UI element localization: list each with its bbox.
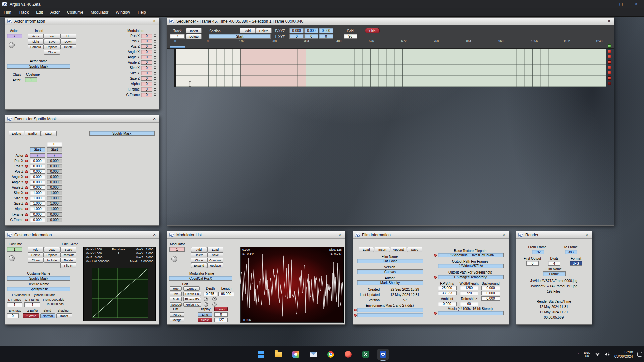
- spinner-arrows-icon[interactable]: [154, 66, 156, 70]
- event-start2-field[interactable]: 0.000: [47, 164, 62, 168]
- line-value-field[interactable]: 0: [214, 312, 228, 317]
- env-map2-led[interactable]: [354, 314, 357, 317]
- menu-item[interactable]: Costume: [63, 8, 87, 17]
- modulator-link-field[interactable]: 0: [141, 34, 152, 38]
- flip-normals-button[interactable]: Flip N: [60, 263, 76, 268]
- track-insert-button[interactable]: Insert: [186, 28, 202, 33]
- argus-app-icon[interactable]: [377, 349, 389, 360]
- to-frame-field[interactable]: 383: [565, 250, 577, 254]
- tscope-button[interactable]: TScope: [170, 302, 182, 307]
- depth-value-field[interactable]: 0.075: [203, 292, 217, 296]
- event-start2-field[interactable]: 7: [47, 153, 62, 158]
- costume-panel-button[interactable]: Delete: [28, 252, 44, 257]
- noise-fx-button[interactable]: Noise FX: [183, 302, 201, 307]
- track-indicator[interactable]: [608, 55, 611, 58]
- modulator-link-field[interactable]: 0: [141, 50, 152, 54]
- event-earlier-button[interactable]: Earlier: [25, 131, 41, 136]
- event-offset-field[interactable]: 0: [47, 142, 62, 146]
- spinner-arrows-icon[interactable]: [154, 60, 156, 65]
- modulator-waveform[interactable]: 0.990 S: -0.344 Size: 128 E: 0.047 -0.99…: [240, 247, 344, 323]
- costume-name-field[interactable]: Spotify Mask: [7, 276, 70, 281]
- maximize-icon[interactable]: ▢: [613, 0, 629, 8]
- event-later-button[interactable]: Later: [41, 131, 57, 136]
- format-field[interactable]: JPG: [570, 261, 582, 266]
- chrome-icon[interactable]: [325, 349, 336, 360]
- modulator-panel-button[interactable]: Add: [191, 247, 207, 252]
- costume-uv-preview[interactable]: [92, 268, 148, 318]
- base-texture-field[interactable]: F:\Video\Inus ... nvasCatCovid\: [438, 253, 504, 257]
- modulator-select-knob[interactable]: [171, 256, 177, 262]
- ambient-field[interactable]: 0.000: [438, 302, 457, 306]
- mail-icon[interactable]: [308, 349, 319, 360]
- costume-preview-panel[interactable]: MinX -1.000 Primitives MaxX +1.000 MinY …: [83, 247, 156, 321]
- track-indicator[interactable]: [608, 66, 611, 69]
- actor-panel-button[interactable]: Load: [44, 34, 60, 39]
- digits-field[interactable]: 4: [548, 261, 560, 266]
- spinner-arrows-icon[interactable]: [154, 44, 156, 49]
- menu-item[interactable]: Modulator: [87, 8, 112, 17]
- music-field[interactable]: [438, 311, 504, 315]
- actor-panel-button[interactable]: Camera: [28, 44, 44, 49]
- shading-transf-button[interactable]: Transf.: [56, 313, 72, 318]
- modulator-link-field[interactable]: 0: [141, 39, 152, 43]
- author-field[interactable]: Mark Sheeky: [357, 280, 423, 285]
- env-map-field[interactable]: 0: [7, 313, 19, 318]
- base-texture-led[interactable]: [434, 254, 437, 257]
- costume-number-field[interactable]: 1: [25, 77, 37, 82]
- tray-expand-icon[interactable]: ^: [578, 352, 580, 357]
- event-led-indicator[interactable]: [25, 160, 28, 162]
- photos-icon[interactable]: [290, 349, 302, 360]
- merge-button[interactable]: Merge: [170, 318, 184, 322]
- modulator-link-field[interactable]: 0: [141, 55, 152, 59]
- display-line-button[interactable]: Line: [198, 312, 212, 317]
- track-number-field[interactable]: 7: [170, 34, 185, 39]
- track-indicator[interactable]: [608, 82, 611, 85]
- scale-value-field[interactable]: 127: [214, 318, 228, 322]
- event-start1-field[interactable]: 0.000: [30, 164, 45, 168]
- modulator-link-field[interactable]: 0: [141, 93, 152, 97]
- window-titlebar[interactable]: Modulator List ✕: [167, 231, 345, 239]
- film-insert-button[interactable]: Insert: [375, 247, 390, 252]
- event-start2-field[interactable]: 1.000: [47, 196, 62, 200]
- spinner-arrows-icon[interactable]: [154, 55, 156, 59]
- actor-panel-button[interactable]: Replace: [44, 44, 60, 49]
- length-value-field[interactable]: 96.000: [218, 292, 234, 296]
- width-field[interactable]: 1280: [460, 286, 478, 290]
- screenshots-path-field[interactable]: E:\Images\Temporary\: [438, 275, 504, 279]
- costume-number-field[interactable]: 1: [7, 247, 22, 252]
- spinner-arrows-icon[interactable]: [154, 34, 156, 38]
- track-indicator[interactable]: [608, 50, 611, 53]
- actor-number-field[interactable]: 7: [7, 34, 22, 38]
- modulator-link-field[interactable]: 0: [141, 60, 152, 65]
- z-write-button[interactable]: Z-Write: [23, 313, 39, 318]
- event-start2-field[interactable]: 0.000: [47, 180, 62, 184]
- close-icon[interactable]: ✕: [152, 19, 157, 23]
- event-start2-field[interactable]: 0.000: [47, 212, 62, 217]
- actor-panel-button[interactable]: Actor: [28, 34, 44, 39]
- track-delete-button[interactable]: Delete: [186, 34, 202, 39]
- event-led-indicator[interactable]: [25, 176, 28, 178]
- modulator-name-field[interactable]: CovidCat PosX: [169, 276, 232, 281]
- spinner-arrows-icon[interactable]: [154, 93, 156, 97]
- event-start1-field[interactable]: 0.000: [30, 169, 45, 174]
- noise-depth-knob[interactable]: [212, 302, 217, 307]
- t-frames-field[interactable]: 1: [7, 302, 22, 307]
- modulator-link-field[interactable]: 0: [141, 87, 152, 92]
- modulator-link-field[interactable]: 0: [141, 71, 152, 75]
- sequencer-timeline-grid[interactable]: [174, 49, 606, 87]
- actor-panel-button[interactable]: Delete: [60, 44, 76, 49]
- event-led-indicator[interactable]: [25, 208, 28, 210]
- event-col1-header[interactable]: Start: [30, 147, 45, 152]
- close-icon[interactable]: ✕: [152, 117, 157, 121]
- event-start2-field[interactable]: 1.000: [47, 207, 62, 211]
- first-output-field[interactable]: 0: [526, 261, 539, 266]
- fxyz-z-field[interactable]: 0.000: [319, 28, 333, 33]
- event-led-indicator[interactable]: [25, 186, 28, 189]
- fps-field[interactable]: 25.000: [438, 286, 457, 290]
- event-led-indicator[interactable]: [25, 154, 28, 157]
- screenshots-path-led[interactable]: [434, 276, 437, 279]
- fxyz-y-field[interactable]: 0.000: [304, 28, 318, 33]
- modulator-number-field[interactable]: 1: [169, 247, 185, 252]
- notification-icon[interactable]: [637, 352, 642, 357]
- menu-item[interactable]: Film: [0, 8, 15, 17]
